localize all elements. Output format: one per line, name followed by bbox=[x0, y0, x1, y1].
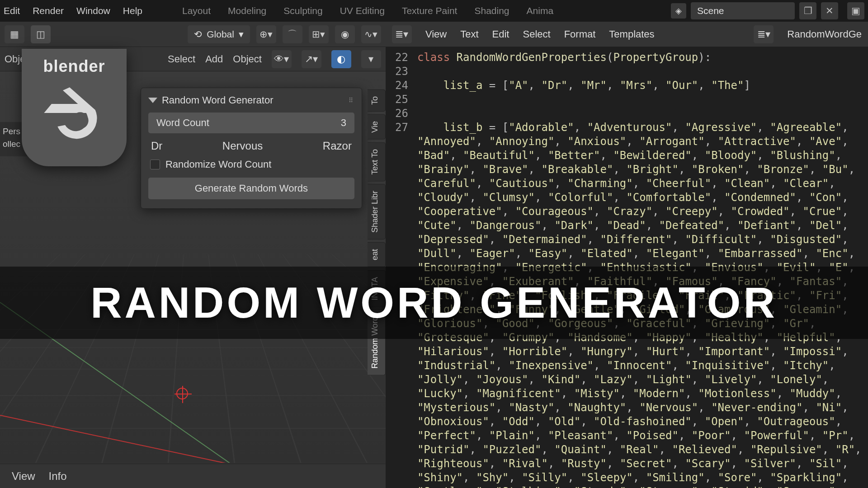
random-word-panel: Random Word Generator ⠿ Word Count 3 Dr … bbox=[141, 88, 362, 209]
word-count-field[interactable]: Word Count 3 bbox=[148, 113, 354, 133]
delete-scene-button[interactable]: ✕ bbox=[821, 2, 838, 19]
text-editor: ≣▾ View Text Edit Select Format Template… bbox=[386, 22, 868, 488]
word-2: Razor bbox=[323, 140, 352, 152]
randomize-checkbox[interactable] bbox=[150, 160, 160, 169]
footer-view[interactable]: View bbox=[12, 470, 35, 483]
menu-select[interactable]: Select bbox=[168, 53, 195, 65]
menu-edit[interactable]: Edit bbox=[4, 5, 20, 16]
generated-words: Dr Nervous Razor bbox=[148, 140, 354, 159]
scene-icon[interactable]: ◈ bbox=[671, 3, 686, 19]
title-banner-text: RANDOM WORD GENERATOR bbox=[90, 278, 778, 328]
snap-target-icon[interactable]: ⊞▾ bbox=[309, 25, 329, 43]
word-count-value: 3 bbox=[341, 117, 346, 129]
blender-wordmark: blender bbox=[43, 57, 105, 76]
overlay-dropdown-icon[interactable]: ▾ bbox=[361, 50, 381, 68]
tab-modeling[interactable]: Modeling bbox=[228, 5, 266, 16]
te-menu-format[interactable]: Format bbox=[564, 28, 596, 40]
proportional-icon[interactable]: ◉ bbox=[335, 25, 355, 43]
tab-layout[interactable]: Layout bbox=[182, 5, 211, 16]
scene-name-field[interactable]: Scene bbox=[691, 2, 795, 19]
3d-cursor bbox=[176, 388, 188, 399]
tab-uv-editing[interactable]: UV Editing bbox=[340, 5, 385, 16]
word-0: Dr bbox=[151, 140, 162, 152]
tab-animation[interactable]: Anima bbox=[527, 5, 554, 16]
workspace-tabs: Layout Modeling Sculpting UV Editing Tex… bbox=[182, 5, 553, 16]
viewlayer-icon[interactable]: ▣ bbox=[847, 2, 864, 19]
menu-help[interactable]: Help bbox=[123, 5, 142, 16]
system-menus: Edit Render Window Help bbox=[4, 5, 142, 16]
orientation-icon: ⟲ bbox=[194, 29, 202, 40]
blender-icon bbox=[36, 81, 113, 149]
vtab-create[interactable]: eat bbox=[368, 242, 386, 267]
visibility-icon[interactable]: 👁▾ bbox=[272, 50, 292, 68]
menu-add[interactable]: Add bbox=[205, 53, 223, 65]
word-1: Nervous bbox=[222, 140, 263, 152]
scene-selector: ◈ Scene ❐ ✕ ▣ bbox=[671, 2, 864, 19]
menu-window[interactable]: Window bbox=[76, 5, 110, 16]
vtab-text-to[interactable]: Text To bbox=[368, 142, 386, 182]
text-filename[interactable]: RandomWordGe bbox=[787, 28, 862, 40]
gizmo-icon[interactable]: ↗▾ bbox=[302, 50, 321, 68]
proportional-falloff-icon[interactable]: ∿▾ bbox=[361, 25, 381, 43]
randomize-count-row[interactable]: Randomize Word Count bbox=[148, 159, 354, 178]
mode-icon[interactable]: ◫ bbox=[31, 25, 51, 43]
snap-icon[interactable]: ⌒ bbox=[283, 25, 302, 43]
svg-point-0 bbox=[72, 112, 89, 129]
viewport-footer: View Info bbox=[0, 464, 386, 488]
generate-button[interactable]: Generate Random Words bbox=[148, 178, 354, 199]
tab-texture-paint[interactable]: Texture Paint bbox=[402, 5, 458, 16]
te-menu-text[interactable]: Text bbox=[460, 28, 478, 40]
menu-render[interactable]: Render bbox=[33, 5, 64, 16]
top-menu-bar: Edit Render Window Help Layout Modeling … bbox=[0, 0, 868, 22]
tab-sculpting[interactable]: Sculpting bbox=[283, 5, 322, 16]
vtab-shader-lib[interactable]: Shader Libr bbox=[368, 184, 386, 239]
panel-title: Random Word Generator bbox=[162, 94, 274, 106]
menu-object[interactable]: Object bbox=[233, 53, 262, 65]
vtab-view[interactable]: Vie bbox=[368, 114, 386, 140]
pivot-icon[interactable]: ⊕▾ bbox=[256, 25, 276, 43]
text-editor-type-icon[interactable]: ≣▾ bbox=[392, 25, 412, 43]
panel-collapse-icon[interactable] bbox=[148, 98, 157, 103]
te-menu-select[interactable]: Select bbox=[523, 28, 550, 40]
randomize-label: Randomize Word Count bbox=[165, 159, 271, 170]
te-menu-edit[interactable]: Edit bbox=[492, 28, 509, 40]
blender-logo: blender bbox=[22, 49, 127, 166]
new-scene-button[interactable]: ❐ bbox=[799, 2, 816, 19]
text-editor-header: ≣▾ View Text Edit Select Format Template… bbox=[386, 22, 868, 47]
te-menu-view[interactable]: View bbox=[425, 28, 447, 40]
panel-drag-icon[interactable]: ⠿ bbox=[349, 97, 354, 104]
footer-info[interactable]: Info bbox=[49, 470, 67, 483]
3d-viewport: ▦ ◫ ⟲ Global ▾ ⊕▾ ⌒ ⊞▾ ◉ ∿▾ Obje Select … bbox=[0, 22, 386, 488]
te-menu-templates[interactable]: Templates bbox=[609, 28, 654, 40]
viewport-header-1: ▦ ◫ ⟲ Global ▾ ⊕▾ ⌒ ⊞▾ ◉ ∿▾ bbox=[0, 22, 386, 47]
vtab-tool[interactable]: To bbox=[368, 89, 386, 112]
tab-shading[interactable]: Shading bbox=[474, 5, 509, 16]
text-datablock-icon[interactable]: ≣▾ bbox=[754, 25, 774, 43]
title-banner: RANDOM WORD GENERATOR bbox=[0, 267, 868, 339]
editor-type-icon[interactable]: ▦ bbox=[5, 25, 24, 43]
overlay-toggle-icon[interactable]: ◐ bbox=[331, 50, 351, 68]
orientation-label: Global bbox=[207, 29, 234, 40]
chevron-down-icon: ▾ bbox=[239, 29, 244, 40]
orientation-dropdown[interactable]: ⟲ Global ▾ bbox=[188, 25, 250, 43]
word-count-label: Word Count bbox=[156, 117, 209, 129]
